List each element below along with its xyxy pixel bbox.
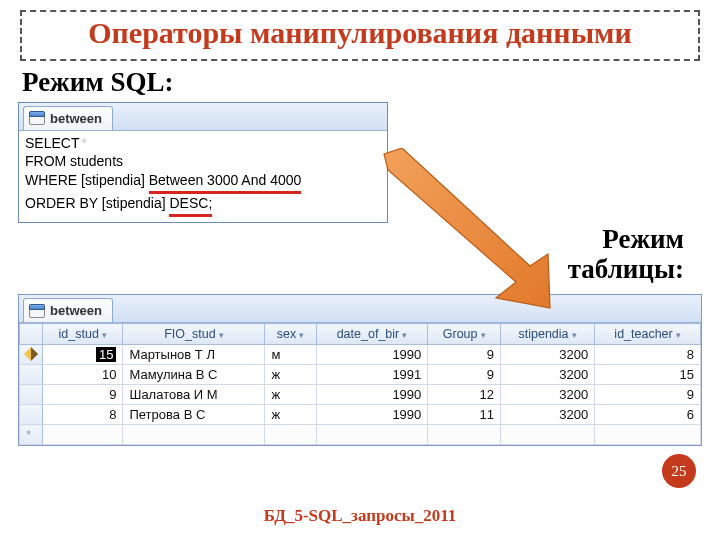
tab-label: between	[50, 111, 102, 126]
sql-orderby-a: ORDER BY [stipendia]	[25, 194, 166, 213]
cell-id_stud[interactable]: 9	[43, 385, 123, 405]
cell-dob[interactable]: 1991	[316, 365, 428, 385]
sql-star: *	[81, 134, 86, 153]
col-date_of_bir[interactable]: date_of_bir▾	[316, 324, 428, 345]
table-mode-label: Режим таблицы:	[18, 225, 684, 284]
datasheet-tab-label: between	[50, 303, 102, 318]
cell-sex[interactable]: ж	[265, 365, 316, 385]
table-row[interactable]: 8 Петрова В С ж 1990 11 3200 6	[20, 405, 701, 425]
chevron-down-icon: ▾	[676, 330, 681, 340]
table-mode-line1: Режим	[602, 224, 684, 254]
page-number-badge: 25	[662, 454, 696, 488]
slide-title: Операторы манипулирования данными	[30, 16, 690, 51]
new-row[interactable]: *	[20, 425, 701, 445]
row-selector[interactable]	[20, 365, 43, 385]
chevron-down-icon: ▾	[299, 330, 304, 340]
cell-group[interactable]: 11	[428, 405, 501, 425]
cell-group[interactable]: 9	[428, 365, 501, 385]
sql-from: FROM students	[25, 152, 123, 171]
cell-stip[interactable]: 3200	[500, 405, 594, 425]
datasheet-tab-between[interactable]: between	[23, 298, 113, 322]
table-row[interactable]: 10 Мамулина В С ж 1991 9 3200 15	[20, 365, 701, 385]
cell-sex[interactable]: м	[265, 345, 316, 365]
sql-mode-label: Режим SQL:	[22, 67, 702, 98]
cell-sex[interactable]: ж	[265, 385, 316, 405]
chevron-down-icon: ▾	[219, 330, 224, 340]
cell-dob[interactable]: 1990	[316, 345, 428, 365]
footer-text: БД_5-SQL_запросы_2011	[0, 506, 720, 526]
chevron-down-icon: ▾	[481, 330, 486, 340]
cell-stip[interactable]: 3200	[500, 365, 594, 385]
sql-where-a: WHERE [stipendia]	[25, 171, 145, 190]
chevron-down-icon: ▾	[102, 330, 107, 340]
datasheet-panel: between id_stud▾ FIO_stud▾ sex▾ date_of_…	[18, 294, 702, 446]
chevron-down-icon: ▾	[402, 330, 407, 340]
title-box: Операторы манипулирования данными	[20, 10, 700, 61]
cell-stip[interactable]: 3200	[500, 345, 594, 365]
cell-teacher[interactable]: 8	[595, 345, 701, 365]
table-row[interactable]: 9 Шалатова И М ж 1990 12 3200 9	[20, 385, 701, 405]
cell-fio[interactable]: Шалатова И М	[123, 385, 265, 405]
datasheet-tab-bar: between	[19, 295, 701, 323]
cell-group[interactable]: 12	[428, 385, 501, 405]
query-icon	[28, 109, 46, 127]
header-row: id_stud▾ FIO_stud▾ sex▾ date_of_bir▾ Gro…	[20, 324, 701, 345]
cell-fio[interactable]: Петрова В С	[123, 405, 265, 425]
col-id_stud[interactable]: id_stud▾	[43, 324, 123, 345]
cell-group[interactable]: 9	[428, 345, 501, 365]
col-sex[interactable]: sex▾	[265, 324, 316, 345]
slide: Операторы манипулирования данными Режим …	[0, 0, 720, 540]
col-group[interactable]: Group▾	[428, 324, 501, 345]
sql-kw-select: SELECT	[25, 134, 79, 153]
datasheet-table[interactable]: id_stud▾ FIO_stud▾ sex▾ date_of_bir▾ Gro…	[19, 323, 701, 445]
cell-id_stud[interactable]: 10	[43, 365, 123, 385]
sql-between-clause: Between 3000 And 4000	[149, 171, 302, 194]
col-stipendia[interactable]: stipendia▾	[500, 324, 594, 345]
row-selector[interactable]	[20, 385, 43, 405]
cell-dob[interactable]: 1990	[316, 385, 428, 405]
table-body: 15 Мартынов Т Л м 1990 9 3200 8 10 Мамул…	[20, 345, 701, 445]
cell-id_stud[interactable]: 15	[43, 345, 123, 365]
edit-icon	[24, 347, 38, 361]
chevron-down-icon: ▾	[572, 330, 577, 340]
cell-id_stud[interactable]: 8	[43, 405, 123, 425]
row-selector-header[interactable]	[20, 324, 43, 345]
sql-body[interactable]: SELECT * FROM students WHERE [stipendia]…	[19, 131, 387, 223]
col-id_teacher[interactable]: id_teacher▾	[595, 324, 701, 345]
cell-teacher[interactable]: 15	[595, 365, 701, 385]
query-icon	[28, 302, 46, 320]
col-fio_stud[interactable]: FIO_stud▾	[123, 324, 265, 345]
cell-stip[interactable]: 3200	[500, 385, 594, 405]
sql-desc-clause: DESC;	[169, 194, 212, 217]
cell-teacher[interactable]: 9	[595, 385, 701, 405]
table-row[interactable]: 15 Мартынов Т Л м 1990 9 3200 8	[20, 345, 701, 365]
table-mode-line2: таблицы:	[568, 254, 684, 284]
tab-bar: between	[19, 103, 387, 131]
row-selector[interactable]	[20, 405, 43, 425]
cell-fio[interactable]: Мартынов Т Л	[123, 345, 265, 365]
row-selector[interactable]: *	[20, 425, 43, 445]
cell-fio[interactable]: Мамулина В С	[123, 365, 265, 385]
cell-dob[interactable]: 1990	[316, 405, 428, 425]
cell-teacher[interactable]: 6	[595, 405, 701, 425]
cell-sex[interactable]: ж	[265, 405, 316, 425]
row-selector[interactable]	[20, 345, 43, 365]
sql-editor-panel: between SELECT * FROM students WHERE [st…	[18, 102, 388, 224]
query-tab-between[interactable]: between	[23, 106, 113, 130]
